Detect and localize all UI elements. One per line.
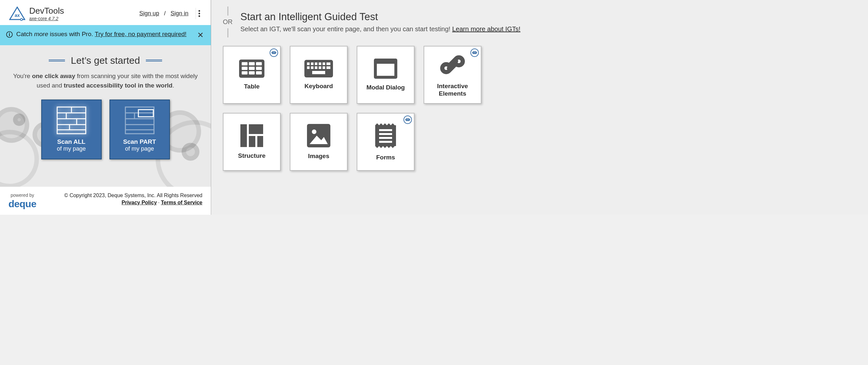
tos-link[interactable]: Terms of Service (161, 200, 203, 205)
axe-logo-icon: ax (9, 6, 25, 21)
svg-rect-5 (9, 34, 10, 36)
footer: powered by deque © Copyright 2023, Deque… (0, 187, 211, 215)
svg-rect-40 (315, 62, 317, 65)
page-heading: Let’s get started (71, 55, 140, 66)
svg-rect-41 (319, 62, 321, 65)
try-pro-link[interactable]: Try for free, no payment required! (95, 31, 186, 37)
svg-rect-61 (249, 136, 255, 147)
more-menu-button[interactable] (195, 8, 203, 19)
svg-rect-31 (242, 67, 248, 70)
header: ax DevTools axe-core 4.7.2 Sign up / Sig… (0, 0, 211, 25)
igt-label: Keyboard (303, 83, 335, 90)
svg-rect-52 (377, 64, 394, 76)
igt-label: Structure (236, 152, 267, 160)
svg-marker-71 (375, 123, 396, 148)
svg-rect-28 (242, 62, 248, 65)
signup-link[interactable]: Sign up (140, 10, 159, 17)
learn-more-link[interactable]: Learn more about IGTs! (452, 25, 520, 32)
privacy-link[interactable]: Privacy Policy (122, 200, 157, 205)
scan-all-button[interactable]: Scan ALL of my page (41, 100, 102, 160)
modal-icon (374, 59, 397, 80)
svg-rect-29 (249, 62, 255, 65)
svg-rect-34 (242, 71, 248, 75)
igt-card-table[interactable]: Table (223, 46, 281, 104)
igt-title: Start an Intelligent Guided Test (240, 11, 520, 23)
sub-heading: You're one click away from scanning your… (10, 71, 202, 90)
igt-card-modal[interactable]: Modal Dialog (357, 46, 414, 104)
svg-rect-74 (379, 137, 392, 139)
auth-links: Sign up / Sign in (140, 10, 188, 17)
or-block: OR Start an Intelligent Guided Test Sele… (223, 6, 860, 37)
svg-rect-39 (311, 62, 313, 65)
svg-rect-42 (322, 62, 325, 65)
svg-point-64 (312, 130, 316, 134)
close-icon[interactable]: ✕ (197, 31, 204, 40)
table-icon (239, 59, 265, 79)
svg-point-67 (407, 119, 407, 120)
copyright-text: © Copyright 2023, Deque Systems, Inc. Al… (45, 193, 203, 198)
svg-text:ax: ax (14, 13, 20, 18)
powered-by: powered by deque (8, 193, 36, 209)
scan-part-button[interactable]: Scan PART of my page (110, 100, 170, 160)
app-root: ax DevTools axe-core 4.7.2 Sign up / Sig… (0, 0, 868, 215)
svg-rect-53 (473, 51, 476, 54)
svg-rect-75 (379, 141, 392, 143)
igt-label: Table (242, 83, 261, 90)
ai-badge-icon (403, 115, 412, 124)
igt-grid: Table Keyboard Modal Dialog Interac (223, 46, 489, 171)
svg-point-68 (408, 119, 409, 120)
svg-rect-45 (311, 66, 313, 69)
engine-version[interactable]: axe-core 4.7.2 (29, 16, 64, 21)
svg-rect-50 (312, 71, 325, 74)
svg-rect-33 (256, 67, 262, 70)
pro-banner: Catch more issues with Pro. Try for free… (0, 25, 211, 45)
footer-right: © Copyright 2023, Deque Systems, Inc. Al… (45, 193, 203, 205)
structure-icon (240, 124, 263, 148)
svg-point-4 (9, 32, 10, 33)
info-icon (6, 31, 13, 39)
igt-card-structure[interactable]: Structure (223, 113, 281, 171)
decor-line-left (49, 59, 65, 61)
svg-rect-73 (379, 133, 392, 135)
forms-icon (375, 123, 396, 150)
or-marker: OR (223, 6, 232, 37)
svg-rect-72 (379, 129, 392, 131)
deque-logo: deque (8, 198, 36, 209)
igt-card-images[interactable]: Images (290, 113, 348, 171)
svg-rect-66 (406, 118, 410, 121)
scan-all-label-1: Scan ALL (57, 138, 86, 145)
svg-rect-47 (319, 66, 321, 69)
svg-point-55 (475, 52, 475, 53)
svg-rect-43 (327, 62, 330, 65)
svg-rect-38 (307, 62, 310, 65)
igt-card-interactive[interactable]: Interactive Elements (424, 46, 482, 104)
svg-point-2 (21, 18, 23, 20)
igt-header: Start an Intelligent Guided Test Select … (240, 11, 520, 33)
svg-point-23 (273, 52, 274, 53)
right-panel: OR Start an Intelligent Guided Test Sele… (211, 0, 868, 215)
svg-rect-30 (256, 62, 262, 65)
svg-rect-32 (249, 67, 255, 70)
svg-rect-46 (315, 66, 317, 69)
svg-rect-59 (240, 124, 247, 147)
logo: ax DevTools axe-core 4.7.2 (9, 6, 64, 21)
igt-label: Modal Dialog (365, 84, 407, 91)
left-panel: ax DevTools axe-core 4.7.2 Sign up / Sig… (0, 0, 211, 215)
svg-rect-36 (256, 71, 262, 75)
signin-link[interactable]: Sign in (170, 10, 188, 17)
scan-all-label-2: of my page (57, 145, 86, 152)
app-title: DevTools (29, 6, 64, 16)
scan-buttons: Scan ALL of my page (0, 100, 211, 160)
link-chain-icon (440, 52, 465, 79)
main-area: Let’s get started You're one click away … (0, 45, 211, 187)
igt-card-forms[interactable]: Forms (357, 113, 414, 171)
banner-text: Catch more issues with Pro. Try for free… (16, 30, 205, 39)
keyboard-icon (304, 60, 333, 79)
igt-label: Forms (374, 154, 397, 161)
scan-part-label-2: of my page (125, 145, 154, 152)
decor-line-right (146, 59, 162, 61)
powered-label: powered by (8, 193, 36, 198)
igt-card-keyboard[interactable]: Keyboard (290, 46, 348, 104)
image-icon (307, 124, 330, 149)
igt-label: Images (306, 152, 331, 160)
